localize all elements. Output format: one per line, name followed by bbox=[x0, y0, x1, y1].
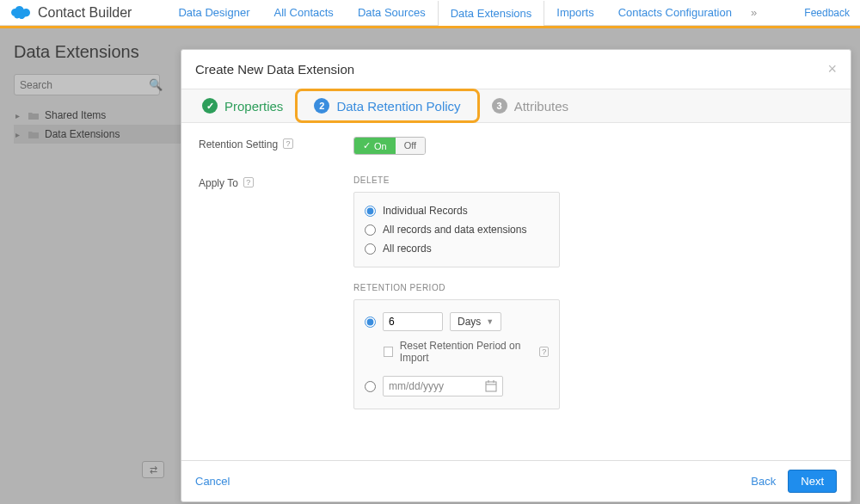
period-unit-select[interactable]: Days ▼ bbox=[450, 312, 501, 331]
radio-all-records[interactable]: All records bbox=[365, 239, 549, 258]
nav-more-icon[interactable]: » bbox=[744, 6, 764, 19]
radio-label: All records bbox=[383, 243, 432, 255]
step-data-retention-policy[interactable]: 2 Data Retention Policy bbox=[298, 91, 476, 120]
retention-setting-label: Retention Setting ? bbox=[199, 137, 353, 155]
modal-title: Create New Data Extension bbox=[195, 62, 354, 77]
chevron-down-icon: ▼ bbox=[486, 317, 494, 326]
next-button[interactable]: Next bbox=[788, 470, 837, 493]
step-label: Data Retention Policy bbox=[336, 99, 460, 114]
checkbox[interactable] bbox=[384, 347, 393, 357]
nav-tab-contacts-configuration[interactable]: Contacts Configuration bbox=[606, 0, 744, 25]
checkbox-label: Reset Retention Period on Import bbox=[400, 340, 533, 364]
period-date-row: mm/dd/yyyy bbox=[365, 372, 549, 400]
modal-footer: Cancel Back Next bbox=[181, 460, 851, 501]
retention-toggle-control: ✓ On Off bbox=[353, 137, 833, 155]
nav-tabs: Data Designer All Contacts Data Sources … bbox=[166, 0, 804, 25]
radio-input[interactable] bbox=[365, 243, 376, 255]
date-input[interactable]: mm/dd/yyyy bbox=[383, 376, 503, 396]
toggle-on-label: On bbox=[374, 141, 387, 151]
period-duration-row: Days ▼ bbox=[365, 309, 549, 335]
apply-to-control: DELETE Individual Records All records an… bbox=[353, 175, 833, 425]
delete-options-panel: Individual Records All records and data … bbox=[353, 192, 560, 267]
help-icon[interactable]: ? bbox=[243, 177, 254, 187]
radio-input[interactable] bbox=[365, 317, 376, 328]
check-icon: ✓ bbox=[363, 140, 371, 151]
cancel-button[interactable]: Cancel bbox=[195, 475, 230, 488]
modal-header: Create New Data Extension × bbox=[181, 50, 851, 89]
top-navigation: Contact Builder Data Designer All Contac… bbox=[0, 0, 860, 26]
toggle-on[interactable]: ✓ On bbox=[354, 138, 396, 154]
step-number-badge: 3 bbox=[492, 98, 507, 114]
step-attributes[interactable]: 3 Attributes bbox=[476, 91, 584, 120]
label-text: Retention Setting bbox=[199, 138, 278, 151]
radio-input[interactable] bbox=[365, 206, 376, 217]
label-text: Apply To bbox=[199, 177, 238, 189]
retention-period-section-label: RETENTION PERIOD bbox=[353, 283, 833, 292]
radio-individual-records[interactable]: Individual Records bbox=[365, 201, 549, 220]
feedback-link[interactable]: Feedback bbox=[804, 7, 850, 19]
delete-section-label: DELETE bbox=[353, 175, 833, 185]
app-title: Contact Builder bbox=[38, 5, 132, 21]
help-icon[interactable]: ? bbox=[539, 347, 549, 357]
step-number-badge: 2 bbox=[314, 98, 329, 114]
date-placeholder: mm/dd/yyyy bbox=[389, 380, 444, 392]
toggle-off[interactable]: Off bbox=[396, 138, 425, 154]
check-icon: ✓ bbox=[202, 98, 218, 114]
radio-label: Individual Records bbox=[383, 205, 468, 217]
wizard-steps: ✓ Properties 2 Data Retention Policy 3 A… bbox=[181, 89, 851, 123]
back-button[interactable]: Back bbox=[751, 475, 776, 488]
nav-tab-all-contacts[interactable]: All Contacts bbox=[262, 0, 346, 25]
modal-body: Retention Setting ? ✓ On Off Apply To ? bbox=[181, 123, 851, 460]
step-label: Attributes bbox=[514, 99, 568, 114]
retention-setting-row: Retention Setting ? ✓ On Off bbox=[199, 137, 833, 155]
nav-tab-data-extensions[interactable]: Data Extensions bbox=[438, 1, 545, 26]
radio-label: All records and data extensions bbox=[383, 224, 526, 236]
radio-all-records-and-extensions[interactable]: All records and data extensions bbox=[365, 220, 549, 239]
help-icon[interactable]: ? bbox=[283, 138, 293, 149]
period-value-input[interactable] bbox=[383, 312, 443, 331]
create-data-extension-modal: Create New Data Extension × ✓ Properties… bbox=[181, 49, 851, 502]
nav-tab-data-designer[interactable]: Data Designer bbox=[166, 0, 261, 25]
calendar-icon bbox=[485, 380, 497, 392]
apply-to-label: Apply To ? bbox=[199, 175, 353, 425]
close-icon[interactable]: × bbox=[827, 60, 837, 78]
svg-rect-0 bbox=[486, 382, 496, 391]
on-off-toggle[interactable]: ✓ On Off bbox=[353, 137, 426, 155]
toggle-off-label: Off bbox=[404, 140, 416, 151]
radio-input[interactable] bbox=[365, 381, 376, 392]
nav-tab-data-sources[interactable]: Data Sources bbox=[346, 0, 438, 25]
apply-to-row: Apply To ? DELETE Individual Records All… bbox=[199, 175, 833, 425]
radio-input[interactable] bbox=[365, 224, 376, 236]
retention-period-panel: Days ▼ Reset Retention Period on Import … bbox=[353, 299, 560, 409]
select-value: Days bbox=[458, 316, 481, 328]
step-properties[interactable]: ✓ Properties bbox=[187, 91, 298, 120]
step-label: Properties bbox=[224, 99, 283, 114]
nav-tab-imports[interactable]: Imports bbox=[544, 0, 605, 25]
footer-right: Back Next bbox=[751, 470, 837, 493]
reset-on-import-row: Reset Retention Period on Import ? bbox=[365, 335, 549, 366]
salesforce-cloud-icon bbox=[10, 6, 31, 20]
